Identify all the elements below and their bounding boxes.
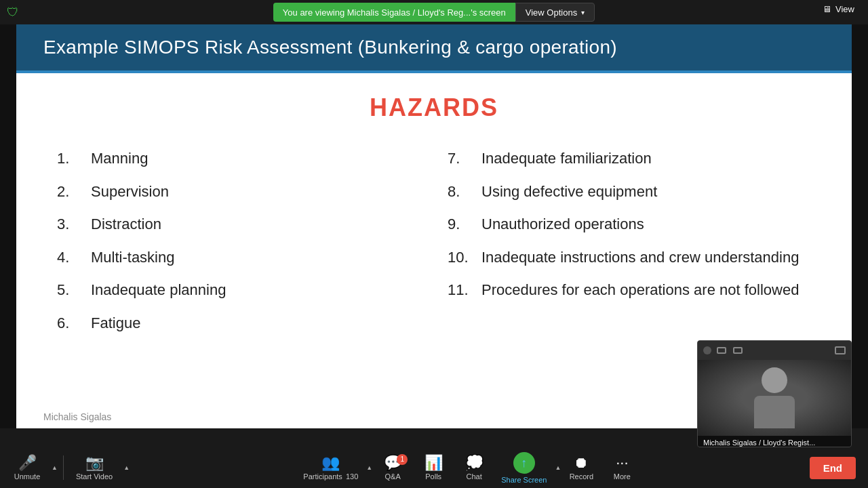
hazards-right-column: 7. Inadequate familiarization 8. Using d… xyxy=(448,142,811,340)
camera-name-tag: Michalis Sigalas / Lloyd's Regist... xyxy=(698,436,851,447)
list-item: 2. Supervision xyxy=(57,176,420,209)
chat-icon: 💭 xyxy=(465,455,484,470)
list-item: 6. Fatigue xyxy=(57,307,420,340)
slide-title: Example SIMOPS Risk Assessment (Bunkerin… xyxy=(43,37,825,58)
end-button[interactable]: End xyxy=(810,457,856,479)
list-item: 7. Inadequate familiarization xyxy=(448,142,811,176)
top-bar: 🛡 You are viewing Michalis Sigalas / Llo… xyxy=(0,0,868,24)
qa-badge: 1 xyxy=(397,454,408,465)
divider xyxy=(63,455,64,480)
camera-feed: Michalis Sigalas / Lloyd's Regist... xyxy=(697,340,852,447)
unmute-button[interactable]: 🎤 Unmute xyxy=(7,453,47,483)
list-item: 10. Inadequate instructions and crew und… xyxy=(448,241,811,274)
list-item: 9. Unauthorized operations xyxy=(448,208,811,241)
participants-chevron[interactable]: ▲ xyxy=(366,464,372,471)
list-item: 11. Procedures for each operations are n… xyxy=(448,274,811,307)
polls-icon: 📊 xyxy=(425,455,443,470)
start-video-button[interactable]: 📷 Start Video xyxy=(69,453,119,483)
toolbar-center: 👥 Participants 130 ▲ 💬 1 Q&A 📊 Polls 💭 C… xyxy=(130,449,810,487)
list-item: 3. Distraction xyxy=(57,208,420,241)
list-item: 5. Inadequate planning xyxy=(57,274,420,307)
list-item: 4. Multi-tasking xyxy=(57,241,420,274)
pip-icon[interactable] xyxy=(835,346,846,354)
share-screen-button[interactable]: ↑ Share Screen xyxy=(494,449,553,487)
camera-titlebar xyxy=(698,341,851,360)
view-button[interactable]: 🖥 View xyxy=(823,4,854,14)
microphone-icon: 🎤 xyxy=(18,455,37,470)
screen-share-notice: You are viewing Michalis Sigalas / Lloyd… xyxy=(273,3,515,22)
more-button[interactable]: ··· More xyxy=(601,453,642,483)
more-icon: ··· xyxy=(616,455,628,470)
polls-button[interactable]: 📊 Polls xyxy=(413,453,454,483)
slide-header: Example SIMOPS Risk Assessment (Bunkerin… xyxy=(16,24,852,73)
video-icon: 📷 xyxy=(85,455,104,470)
minimize-icon[interactable] xyxy=(703,346,711,354)
fullscreen-icon[interactable] xyxy=(733,347,743,354)
participants-button[interactable]: 👥 Participants 130 xyxy=(296,453,365,483)
qa-button[interactable]: 💬 1 Q&A xyxy=(372,453,413,483)
record-button[interactable]: ⏺ Record xyxy=(561,453,601,483)
chevron-down-icon: ▾ xyxy=(581,9,585,16)
monitor-icon: 🖥 xyxy=(823,4,831,14)
hazards-left-column: 1. Manning 2. Supervision 3. Distraction… xyxy=(57,142,420,340)
chat-button[interactable]: 💭 Chat xyxy=(454,453,494,483)
list-item: 8. Using defective equipment xyxy=(448,176,811,209)
share-screen-chevron[interactable]: ▲ xyxy=(555,464,561,471)
unmute-chevron[interactable]: ▲ xyxy=(52,464,58,471)
participants-icon: 👥 xyxy=(321,455,340,470)
toolbar-right: End xyxy=(810,457,861,479)
share-screen-icon: ↑ xyxy=(513,452,535,474)
hazards-heading: HAZARDS xyxy=(57,94,811,122)
presenter-name: Michalis Sigalas xyxy=(43,411,111,422)
record-icon: ⏺ xyxy=(574,455,589,470)
video-chevron[interactable]: ▲ xyxy=(123,464,130,471)
list-item: 1. Manning xyxy=(57,142,420,176)
camera-video xyxy=(698,360,851,436)
toolbar: 🎤 Unmute ▲ 📷 Start Video ▲ 👥 Participant… xyxy=(0,447,868,488)
hazards-grid: 1. Manning 2. Supervision 3. Distraction… xyxy=(57,142,811,340)
maximize-icon[interactable] xyxy=(717,347,726,354)
toolbar-left: 🎤 Unmute ▲ 📷 Start Video ▲ xyxy=(7,453,130,483)
view-options-button[interactable]: View Options ▾ xyxy=(515,3,595,22)
shield-icon: 🛡 xyxy=(7,5,19,20)
